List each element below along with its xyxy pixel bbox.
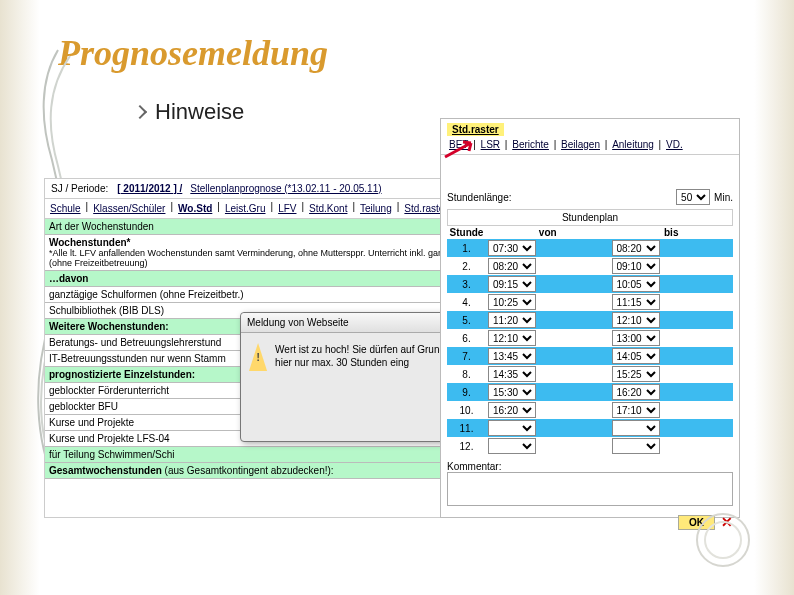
ok-button[interactable]: OK bbox=[678, 515, 715, 530]
bis-select[interactable]: 13:00 bbox=[612, 330, 660, 346]
von-select[interactable]: 13:45 bbox=[488, 348, 536, 364]
von-select[interactable]: 12:10 bbox=[488, 330, 536, 346]
stunde-num: 7. bbox=[449, 351, 484, 362]
stundenplan-row: 2.08:2009:10 bbox=[447, 257, 733, 275]
slide-title: Prognosemeldung bbox=[58, 32, 754, 74]
stundenplan-row: 5.11:2012:10 bbox=[447, 311, 733, 329]
tab-teilung[interactable]: Teilung bbox=[357, 201, 395, 216]
von-select[interactable]: 15:30 bbox=[488, 384, 536, 400]
close-icon[interactable]: ✕ bbox=[721, 514, 733, 530]
stundenplan-heading: Stundenplan bbox=[447, 209, 733, 226]
nav-beilagen[interactable]: Beilagen bbox=[559, 139, 602, 150]
kommentar-textarea[interactable] bbox=[447, 472, 733, 506]
warning-icon: ! bbox=[249, 343, 267, 371]
bis-select[interactable]: 11:15 bbox=[612, 294, 660, 310]
col-bis: bis bbox=[612, 227, 732, 238]
bis-select[interactable]: 17:10 bbox=[612, 402, 660, 418]
nav-anleitung[interactable]: Anleitung bbox=[610, 139, 656, 150]
stundenplan-row: 10.16:2017:10 bbox=[447, 401, 733, 419]
row-note: (aus Gesamtkontingent abzudecken!): bbox=[165, 465, 334, 476]
tab-lfv[interactable]: LFV bbox=[275, 201, 299, 216]
bis-select[interactable]: 09:10 bbox=[612, 258, 660, 274]
stundenplan-row: 4.10:2511:15 bbox=[447, 293, 733, 311]
von-select[interactable] bbox=[488, 420, 536, 436]
stdraster-panel: Std.raster BET | LSR | Berichte | Beilag… bbox=[440, 118, 740, 518]
von-select[interactable]: 16:20 bbox=[488, 402, 536, 418]
bis-select[interactable] bbox=[612, 420, 660, 436]
nav-vd[interactable]: VD. bbox=[664, 139, 685, 150]
row-label: für Teilung Schwimmen/Schi bbox=[49, 449, 174, 460]
von-select[interactable]: 08:20 bbox=[488, 258, 536, 274]
von-select[interactable]: 10:25 bbox=[488, 294, 536, 310]
bis-select[interactable]: 08:20 bbox=[612, 240, 660, 256]
stundenlaenge-select[interactable]: 50 bbox=[676, 189, 710, 205]
sj-periode-value[interactable]: [ 2011/2012 ] / bbox=[114, 181, 185, 196]
tab-klassenschler[interactable]: Klassen/Schüler bbox=[90, 201, 168, 216]
stunde-num: 3. bbox=[449, 279, 484, 290]
von-select[interactable]: 07:30 bbox=[488, 240, 536, 256]
sj-periode-label: SJ / Periode: bbox=[47, 181, 112, 196]
bullet-text: Hinweise bbox=[155, 99, 244, 125]
tab-stdraster-highlighted[interactable]: Std.raster bbox=[447, 123, 504, 136]
tab-leistgru[interactable]: Leist.Gru bbox=[222, 201, 269, 216]
stundenplan-row: 7.13:4514:05 bbox=[447, 347, 733, 365]
von-select[interactable]: 09:15 bbox=[488, 276, 536, 292]
bis-select[interactable]: 14:05 bbox=[612, 348, 660, 364]
bullet-arrow-icon bbox=[133, 105, 147, 119]
stundenplan-row: 9.15:3016:20 bbox=[447, 383, 733, 401]
stundenplan-row: 6.12:1013:00 bbox=[447, 329, 733, 347]
tab-stdkont[interactable]: Std.Kont bbox=[306, 201, 350, 216]
stunde-num: 8. bbox=[449, 369, 484, 380]
stunde-num: 6. bbox=[449, 333, 484, 344]
tab-schule[interactable]: Schule bbox=[47, 201, 84, 216]
stundenlaenge-label: Stundenlänge: bbox=[447, 192, 512, 203]
stunde-num: 4. bbox=[449, 297, 484, 308]
stunde-num: 5. bbox=[449, 315, 484, 326]
von-select[interactable]: 11:20 bbox=[488, 312, 536, 328]
von-select[interactable]: 14:35 bbox=[488, 366, 536, 382]
nav-bet[interactable]: BET bbox=[447, 139, 470, 150]
bis-select[interactable]: 16:20 bbox=[612, 384, 660, 400]
tab-wostd[interactable]: Wo.Std bbox=[175, 201, 215, 216]
bis-select[interactable]: 10:05 bbox=[612, 276, 660, 292]
bis-select[interactable] bbox=[612, 438, 660, 454]
stunde-num: 10. bbox=[449, 405, 484, 416]
stundenlaenge-unit: Min. bbox=[714, 192, 733, 203]
stundenplan-row: 11. bbox=[447, 419, 733, 437]
col-von: von bbox=[488, 227, 608, 238]
stundenplan-row: 8.14:3515:25 bbox=[447, 365, 733, 383]
kommentar-label: Kommentar: bbox=[447, 461, 733, 472]
bis-select[interactable]: 12:10 bbox=[612, 312, 660, 328]
stunde-num: 2. bbox=[449, 261, 484, 272]
stundenplan-row: 1.07:3008:20 bbox=[447, 239, 733, 257]
stunde-num: 11. bbox=[449, 423, 484, 434]
nav-berichte[interactable]: Berichte bbox=[510, 139, 551, 150]
stunde-num: 12. bbox=[449, 441, 484, 452]
col-stunde: Stunde bbox=[449, 227, 484, 238]
stundenplan-row: 12. bbox=[447, 437, 733, 455]
stunde-num: 1. bbox=[449, 243, 484, 254]
row-label: Gesamtwochenstunden bbox=[49, 465, 162, 476]
von-select[interactable] bbox=[488, 438, 536, 454]
stunde-num: 9. bbox=[449, 387, 484, 398]
stundenplan-row: 3.09:1510:05 bbox=[447, 275, 733, 293]
nav-lsr[interactable]: LSR bbox=[479, 139, 502, 150]
bis-select[interactable]: 15:25 bbox=[612, 366, 660, 382]
stellenplan-link[interactable]: Stellenplanprognose (*13.02.11 - 20.05.1… bbox=[187, 181, 384, 196]
